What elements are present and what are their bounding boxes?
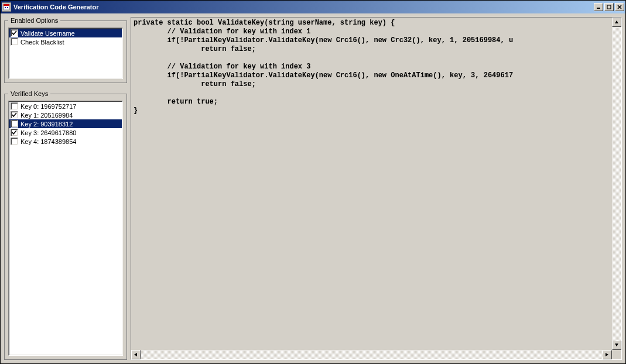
verified-keys-legend: Verified Keys bbox=[8, 90, 50, 97]
client-area: Enabled Options Validate UsernameCheck B… bbox=[1, 13, 625, 363]
verified-key-label: Key 4: 1874389854 bbox=[20, 138, 76, 145]
verified-key-label: Key 0: 1969752717 bbox=[20, 103, 76, 110]
maximize-icon bbox=[607, 5, 611, 9]
verified-key-label: Key 1: 205169984 bbox=[20, 112, 73, 119]
code-and-vscroll: private static bool ValidateKey(string u… bbox=[131, 18, 621, 350]
minimize-icon bbox=[596, 5, 601, 9]
scroll-down-button[interactable] bbox=[612, 341, 621, 350]
code-area-container: private static bool ValidateKey(string u… bbox=[131, 17, 622, 360]
close-icon bbox=[617, 5, 622, 9]
horizontal-scrollbar[interactable] bbox=[131, 350, 612, 359]
checkbox-icon[interactable] bbox=[11, 38, 18, 46]
vertical-scrollbar[interactable] bbox=[612, 18, 621, 350]
window-buttons bbox=[593, 3, 624, 11]
arrow-left-icon bbox=[134, 352, 138, 357]
scroll-up-button[interactable] bbox=[612, 18, 621, 27]
svg-rect-2 bbox=[5, 7, 6, 8]
checkbox-icon[interactable] bbox=[11, 129, 18, 136]
right-pane: private static bool ValidateKey(string u… bbox=[131, 17, 622, 360]
hscroll-track[interactable] bbox=[141, 350, 603, 359]
verified-key-item[interactable]: Key 1: 205169984 bbox=[9, 111, 122, 119]
arrow-right-icon bbox=[605, 352, 610, 357]
hscroll-row bbox=[131, 350, 621, 359]
checkbox-icon[interactable] bbox=[11, 111, 18, 119]
svg-rect-3 bbox=[7, 7, 8, 8]
checkbox-icon[interactable] bbox=[11, 138, 18, 145]
enabled-options-group: Enabled Options Validate UsernameCheck B… bbox=[4, 17, 127, 83]
verified-keys-group: Verified Keys Key 0: 1969752717Key 1: 20… bbox=[4, 90, 127, 360]
verified-key-item[interactable]: Key 2: 903918312 bbox=[9, 119, 122, 128]
enabled-option-item[interactable]: Check Blacklist bbox=[9, 37, 122, 46]
verified-key-label: Key 2: 903918312 bbox=[20, 121, 73, 128]
app-icon bbox=[2, 2, 11, 12]
titlebar: Verification Code Generator bbox=[1, 1, 625, 13]
left-pane: Enabled Options Validate UsernameCheck B… bbox=[4, 17, 127, 360]
enabled-option-label: Validate Username bbox=[20, 30, 75, 37]
checkbox-icon[interactable] bbox=[11, 102, 18, 110]
scroll-left-button[interactable] bbox=[131, 350, 141, 359]
scroll-right-button[interactable] bbox=[603, 350, 612, 359]
close-button[interactable] bbox=[615, 3, 624, 11]
verified-key-item[interactable]: Key 3: 2649617880 bbox=[9, 128, 122, 137]
svg-rect-1 bbox=[4, 4, 9, 6]
scrollbar-corner bbox=[612, 350, 621, 359]
verified-key-label: Key 3: 2649617880 bbox=[20, 129, 76, 136]
verified-key-item[interactable]: Key 4: 1874389854 bbox=[9, 137, 122, 146]
arrow-up-icon bbox=[614, 20, 619, 25]
enabled-option-item[interactable]: Validate Username bbox=[9, 29, 122, 37]
maximize-button[interactable] bbox=[604, 3, 614, 11]
app-window: Verification Code Generator Enabled Opti… bbox=[0, 0, 626, 364]
minimize-button[interactable] bbox=[594, 3, 603, 11]
arrow-down-icon bbox=[614, 343, 619, 348]
enabled-options-legend: Enabled Options bbox=[8, 17, 60, 24]
enabled-options-list[interactable]: Validate UsernameCheck Blacklist bbox=[8, 28, 123, 79]
verified-keys-list[interactable]: Key 0: 1969752717Key 1: 205169984Key 2: … bbox=[8, 101, 123, 356]
window-title: Verification Code Generator bbox=[13, 4, 98, 11]
vscroll-track[interactable] bbox=[612, 27, 621, 341]
checkbox-icon[interactable] bbox=[11, 120, 18, 128]
code-textarea[interactable]: private static bool ValidateKey(string u… bbox=[131, 18, 612, 350]
checkbox-icon[interactable] bbox=[11, 29, 18, 37]
enabled-option-label: Check Blacklist bbox=[20, 39, 64, 46]
verified-key-item[interactable]: Key 0: 1969752717 bbox=[9, 102, 122, 111]
